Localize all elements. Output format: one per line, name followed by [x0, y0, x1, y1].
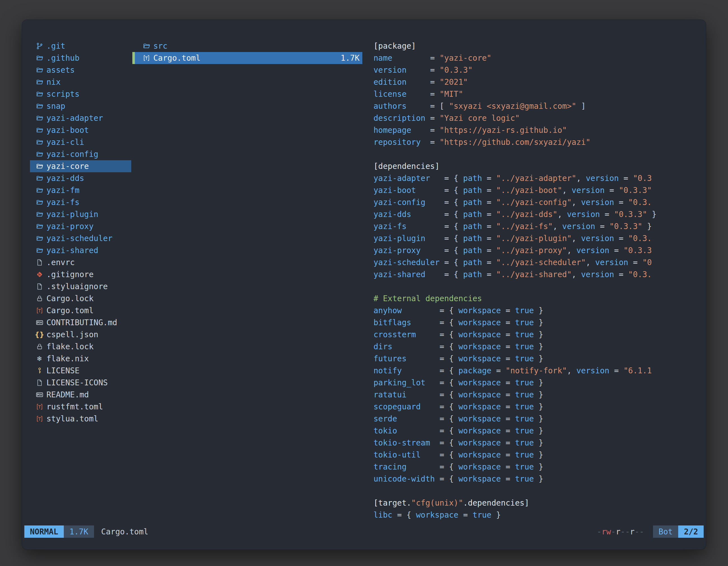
file-name: rustfmt.toml [46, 402, 103, 411]
file-row-.git[interactable]: .git [30, 40, 131, 52]
file-row-README.md[interactable]: README.md [30, 389, 131, 401]
file-name: yazi-config [46, 150, 98, 159]
file-row-assets[interactable]: assets [30, 64, 131, 76]
file-name: README.md [46, 390, 89, 399]
folder-open-icon [142, 42, 151, 50]
toml-icon [35, 306, 44, 315]
file-name: yazi-shared [46, 246, 98, 255]
file-row-.github[interactable]: .github [30, 52, 131, 64]
preview-line: anyhow = { workspace = true } [374, 304, 694, 316]
folder-open-icon [35, 138, 44, 147]
file-row-yazi-adapter[interactable]: yazi-adapter [30, 112, 131, 124]
preview-line: edition = "2021" [374, 76, 694, 88]
preview-line: bitflags = { workspace = true } [374, 316, 694, 328]
file-row-.gitignore[interactable]: .gitignore [30, 269, 131, 281]
lock-icon [35, 342, 44, 351]
file-name: .gitignore [46, 270, 94, 279]
file-row-Cargo.lock[interactable]: Cargo.lock [30, 292, 131, 304]
file-row-snap[interactable]: snap [30, 100, 131, 112]
file-row-rustfmt.toml[interactable]: rustfmt.toml [30, 401, 131, 413]
file-name: LICENSE-ICONS [46, 378, 108, 387]
file-row-yazi-plugin[interactable]: yazi-plugin [30, 208, 131, 220]
file-row-.styluaignore[interactable]: .styluaignore [30, 281, 131, 292]
file-row-yazi-proxy[interactable]: yazi-proxy [30, 220, 131, 233]
preview-line: yazi-dds = { path = "../yazi-dds", versi… [374, 208, 694, 220]
current-directory-pane: srcCargo.toml1.7K [132, 40, 362, 524]
preview-line: license = "MIT" [374, 88, 694, 100]
file-row-cspell.json[interactable]: {}cspell.json [30, 328, 131, 340]
file-name: yazi-dds [46, 174, 84, 183]
markdown-icon [35, 391, 44, 399]
file-row-yazi-scheduler[interactable]: yazi-scheduler [30, 233, 131, 245]
file-manager-content: .git.githubassetsnixscriptssnapyazi-adap… [22, 20, 706, 525]
file-name: yazi-cli [46, 138, 84, 147]
toml-icon [35, 403, 44, 411]
file-row-yazi-shared[interactable]: yazi-shared [30, 245, 131, 257]
file-row-flake.nix[interactable]: ❄flake.nix [30, 353, 131, 365]
parent-directory-pane: .git.githubassetsnixscriptssnapyazi-adap… [30, 40, 131, 524]
file-row-flake.lock[interactable]: flake.lock [30, 340, 131, 353]
file-row-yazi-dds[interactable]: yazi-dds [30, 172, 131, 184]
file-name: CONTRIBUTING.md [46, 318, 117, 327]
status-filename: Cargo.toml [101, 527, 149, 536]
preview-line [374, 148, 694, 160]
file-name: flake.nix [46, 354, 89, 363]
file-row-scripts[interactable]: scripts [30, 88, 131, 100]
file-row-src[interactable]: src [132, 40, 362, 52]
file-row-nix[interactable]: nix [30, 76, 131, 88]
file-row-yazi-fm[interactable]: yazi-fm [30, 184, 131, 196]
scroll-position-indicator: Bot [653, 525, 678, 538]
preview-line: tracing = { workspace = true } [374, 461, 694, 473]
toml-icon [142, 54, 151, 62]
file-row-yazi-fs[interactable]: yazi-fs [30, 196, 131, 208]
preview-line: authors = [ "sxyazi <sxyazi@gmail.com>" … [374, 100, 694, 112]
file-row-.envrc[interactable]: .envrc [30, 257, 131, 269]
preview-line: parking_lot = { workspace = true } [374, 377, 694, 389]
file-name: nix [46, 78, 61, 87]
file-row-LICENSE[interactable]: LICENSE [30, 365, 131, 377]
file-name: yazi-core [46, 162, 89, 171]
file-name: snap [46, 102, 65, 111]
preview-line: [package] [374, 40, 694, 52]
preview-line: tokio-stream = { workspace = true } [374, 437, 694, 449]
preview-line: [target."cfg(unix)".dependencies] [374, 497, 694, 509]
preview-line: yazi-config = { path = "../yazi-config",… [374, 196, 694, 208]
preview-line: yazi-adapter = { path = "../yazi-adapter… [374, 172, 694, 184]
folder-open-icon [35, 162, 44, 171]
file-icon [35, 379, 44, 387]
folder-open-icon [35, 66, 44, 74]
file-name: cspell.json [46, 330, 98, 339]
lock-icon [35, 294, 44, 303]
file-row-yazi-boot[interactable]: yazi-boot [30, 124, 131, 136]
folder-open-icon [35, 198, 44, 207]
file-row-stylua.toml[interactable]: stylua.toml [30, 413, 131, 425]
file-row-yazi-cli[interactable]: yazi-cli [30, 136, 131, 148]
file-size-indicator: 1.7K [64, 525, 94, 538]
mode-indicator: NORMAL [24, 525, 64, 538]
file-name: LICENSE [46, 366, 79, 375]
preview-line: yazi-boot = { path = "../yazi-boot", ver… [374, 184, 694, 196]
file-row-yazi-config[interactable]: yazi-config [30, 148, 131, 160]
toml-icon [35, 415, 44, 423]
file-row-Cargo.toml[interactable]: Cargo.toml1.7K [132, 52, 362, 64]
file-preview-pane: [package]name = "yazi-core"version = "0.… [374, 40, 694, 524]
preview-line: unicode-width = { workspace = true } [374, 473, 694, 485]
preview-line [374, 485, 694, 497]
file-row-yazi-core[interactable]: yazi-core [30, 160, 131, 172]
folder-open-icon [35, 210, 44, 219]
file-icon [35, 283, 44, 291]
file-name: stylua.toml [46, 414, 98, 423]
preview-line: serde = { workspace = true } [374, 413, 694, 425]
status-bar: NORMAL 1.7K Cargo.toml -rw-r--r-- Bot 2/… [24, 525, 704, 538]
preview-line: tokio = { workspace = true } [374, 425, 694, 437]
file-row-LICENSE-ICONS[interactable]: LICENSE-ICONS [30, 377, 131, 389]
status-right: -rw-r--r-- Bot 2/2 [597, 525, 704, 538]
git-branch-icon [35, 42, 44, 50]
cursor-marker [132, 52, 135, 64]
folder-open-icon [35, 114, 44, 123]
file-name: yazi-fs [46, 198, 79, 207]
preview-line: tokio-util = { workspace = true } [374, 449, 694, 461]
file-row-Cargo.toml[interactable]: Cargo.toml [30, 304, 131, 316]
file-row-CONTRIBUTING.md[interactable]: CONTRIBUTING.md [30, 316, 131, 328]
file-name: Cargo.lock [46, 294, 94, 303]
